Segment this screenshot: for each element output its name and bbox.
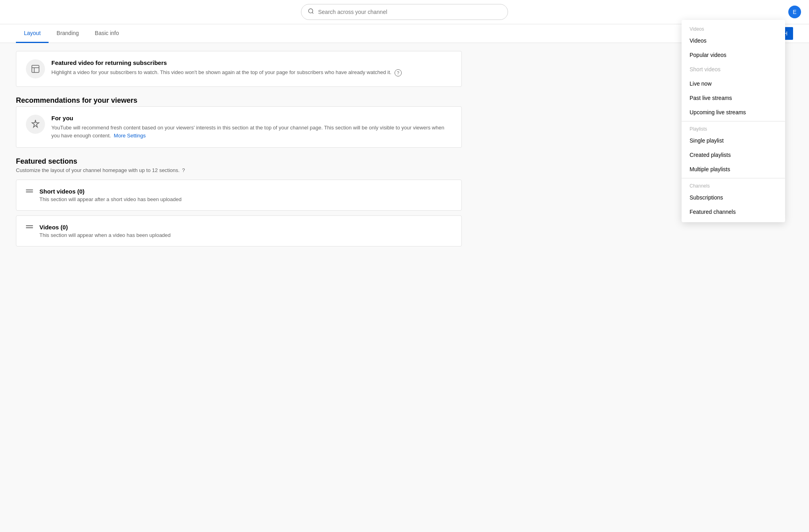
dropdown-divider-2: [682, 178, 785, 178]
featured-section-item: Videos (0) This section will appear when…: [16, 215, 462, 246]
search-icon: [308, 8, 314, 16]
featured-sections-help-icon[interactable]: ?: [182, 167, 185, 173]
dropdown-item-short-videos: Short videos: [682, 62, 785, 76]
dropdown-item-single-playlist[interactable]: Single playlist: [682, 133, 785, 148]
dropdown-category-channels: Channels: [682, 180, 785, 190]
featured-video-card: Featured video for returning subscribers…: [16, 51, 462, 87]
featured-sections-heading: Featured sections: [16, 157, 462, 166]
dropdown-divider: [682, 121, 785, 121]
videos-description: This section will appear when a video ha…: [39, 232, 171, 238]
drag-handle[interactable]: [26, 188, 33, 192]
svg-point-0: [309, 9, 313, 13]
featured-video-help-icon[interactable]: ?: [395, 69, 402, 76]
avatar: E: [788, 6, 801, 18]
videos-title: Videos (0): [39, 224, 171, 231]
dropdown-category-playlists: Playlists: [682, 123, 785, 133]
search-bar[interactable]: [301, 4, 508, 20]
dropdown-menu: Videos Videos Popular videos Short video…: [682, 20, 785, 222]
search-input[interactable]: [318, 9, 501, 15]
tab-branding[interactable]: Branding: [49, 24, 87, 43]
for-you-title: For you: [51, 115, 452, 121]
dropdown-item-created-playlists[interactable]: Created playlists: [682, 148, 785, 162]
featured-sections-subtext: Customize the layout of your channel hom…: [16, 167, 462, 173]
featured-video-description: Highlight a video for your subscribers t…: [51, 68, 402, 76]
main-content: Featured video for returning subscribers…: [0, 43, 478, 259]
for-you-description: YouTube will recommend fresh content bas…: [51, 124, 452, 139]
dropdown-item-multiple-playlists[interactable]: Multiple playlists: [682, 162, 785, 176]
dropdown-item-popular-videos[interactable]: Popular videos: [682, 48, 785, 62]
featured-video-title: Featured video for returning subscribers: [51, 59, 402, 66]
tab-layout[interactable]: Layout: [16, 24, 49, 43]
dropdown-category-videos: Videos: [682, 23, 785, 33]
dropdown-item-live-now[interactable]: Live now: [682, 76, 785, 91]
drag-handle[interactable]: [26, 224, 33, 228]
featured-section-item: Short videos (0) This section will appea…: [16, 180, 462, 211]
for-you-card: For you YouTube will recommend fresh con…: [16, 106, 462, 148]
dropdown-item-featured-channels[interactable]: Featured channels: [682, 205, 785, 219]
dropdown-item-videos[interactable]: Videos: [682, 33, 785, 48]
featured-video-content: Featured video for returning subscribers…: [51, 59, 402, 76]
featured-video-icon: [26, 59, 45, 78]
dropdown-item-subscriptions[interactable]: Subscriptions: [682, 190, 785, 205]
svg-rect-2: [32, 65, 39, 72]
videos-content: Videos (0) This section will appear when…: [39, 224, 171, 238]
svg-line-1: [312, 12, 313, 14]
dropdown-item-past-live-streams[interactable]: Past live streams: [682, 91, 785, 105]
more-settings-link[interactable]: More Settings: [114, 133, 146, 139]
recommendations-heading: Recommendations for your viewers: [16, 96, 462, 105]
for-you-content: For you YouTube will recommend fresh con…: [51, 115, 452, 139]
for-you-icon: [26, 115, 45, 134]
short-videos-content: Short videos (0) This section will appea…: [39, 188, 182, 202]
tab-basic-info[interactable]: Basic info: [87, 24, 127, 43]
short-videos-description: This section will appear after a short v…: [39, 196, 182, 202]
short-videos-title: Short videos (0): [39, 188, 182, 195]
dropdown-item-upcoming-live-streams[interactable]: Upcoming live streams: [682, 105, 785, 119]
